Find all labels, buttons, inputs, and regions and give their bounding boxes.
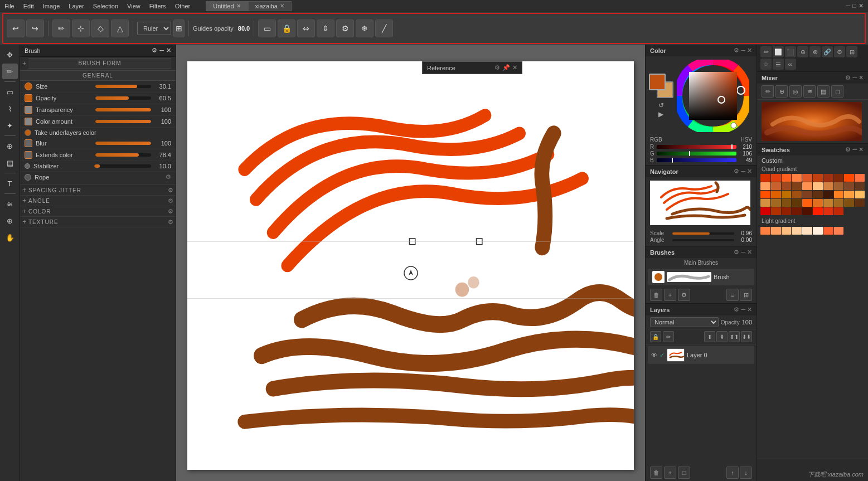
swatches-minimize-btn[interactable]: ─: [852, 146, 857, 153]
canvas-area[interactable]: Reference ⚙ 📌 ✕: [176, 45, 645, 481]
mixer-canvas[interactable]: [762, 102, 862, 141]
swatch-cell-light[interactable]: [823, 227, 833, 235]
swatches-close-btn[interactable]: ✕: [859, 146, 864, 153]
brushes-minimize-btn[interactable]: ─: [741, 249, 745, 256]
layers-move-up[interactable]: ↑: [726, 467, 739, 479]
brush-delete-btn[interactable]: 🗑: [650, 289, 662, 301]
take-underlayers-check[interactable]: [25, 129, 31, 136]
swatch-cell[interactable]: [782, 199, 792, 207]
layer-item-0[interactable]: 👁 ✓ Layer 0: [648, 346, 754, 364]
tab-xiazaiba[interactable]: xiazaiba ✕: [248, 1, 292, 11]
color-minimize-btn[interactable]: ─: [741, 47, 745, 54]
swatch-cell[interactable]: [844, 182, 854, 190]
mixer-settings-btn[interactable]: ⚙: [845, 74, 851, 81]
brushes-settings-btn[interactable]: ⚙: [734, 249, 739, 256]
navigator-settings-btn[interactable]: ⚙: [734, 168, 739, 175]
swatch-cell[interactable]: [834, 174, 844, 182]
brushes-close-btn[interactable]: ✕: [747, 249, 752, 256]
swatch-cell[interactable]: [782, 174, 792, 182]
brush-tool-button[interactable]: ✏: [52, 20, 70, 37]
extends-slider[interactable]: [95, 153, 152, 157]
swatch-cell[interactable]: [802, 199, 812, 207]
brush-list-view-btn[interactable]: ≡: [726, 289, 739, 301]
tab-close-untitled[interactable]: ✕: [236, 3, 241, 9]
mixer-erase-btn[interactable]: ◻: [831, 85, 843, 98]
spacing-settings[interactable]: ⚙: [168, 187, 173, 194]
hsv-label[interactable]: HSV: [740, 137, 752, 143]
text-tool[interactable]: T: [2, 176, 18, 191]
spacing-section-row[interactable]: + SPACING JITTER ⚙: [20, 185, 176, 196]
color-settings[interactable]: ⚙: [168, 208, 173, 215]
layer-arrange-3[interactable]: ⬆⬆: [729, 331, 740, 342]
swatch-cell[interactable]: [834, 199, 844, 207]
mirror-h-button[interactable]: ⇔: [297, 20, 315, 37]
undo-button[interactable]: ↩: [7, 20, 25, 37]
select-rect-tool[interactable]: ▭: [2, 84, 18, 100]
move-tool[interactable]: ✥: [2, 47, 18, 62]
transparency-slider[interactable]: [95, 108, 152, 111]
swatch-cell[interactable]: [834, 191, 844, 198]
layer-vis-icon[interactable]: 👁: [651, 352, 657, 358]
layers-minimize-btn[interactable]: ─: [741, 306, 745, 313]
brush-list-item[interactable]: Brush: [648, 269, 754, 285]
brush-form-add[interactable]: +: [22, 60, 26, 67]
color-section-row[interactable]: + COLOR ⚙: [20, 206, 176, 217]
blur-slider[interactable]: [95, 142, 152, 145]
menu-other[interactable]: Other: [171, 2, 195, 11]
color-settings-btn[interactable]: ⚙: [734, 47, 739, 54]
mixer-smear-btn[interactable]: ≋: [803, 85, 816, 98]
spacing-add-btn[interactable]: +: [22, 186, 26, 194]
swatch-cell[interactable]: [823, 174, 833, 182]
swatch-cell[interactable]: [823, 191, 833, 198]
mixer-close-btn[interactable]: ✕: [859, 74, 864, 81]
scale-slider[interactable]: [672, 232, 734, 235]
swatches-settings-btn[interactable]: ⚙: [845, 146, 851, 153]
swatch-cell[interactable]: [760, 174, 770, 182]
menu-file[interactable]: File: [0, 2, 19, 11]
swatch-cell[interactable]: [782, 182, 792, 190]
fr-tool-11[interactable]: ∞: [785, 59, 796, 70]
swatch-cell[interactable]: [823, 207, 833, 215]
swatch-cell[interactable]: [802, 207, 812, 215]
angle-add-btn[interactable]: +: [22, 197, 26, 205]
fr-tool-1[interactable]: ✏: [760, 46, 772, 57]
swatch-cell[interactable]: [813, 207, 823, 215]
swatch-cell[interactable]: [834, 207, 844, 215]
brush-panel-close[interactable]: ✕: [166, 47, 171, 54]
smudge-tool[interactable]: ≋: [2, 196, 18, 212]
reference-pin[interactable]: 📌: [502, 64, 510, 71]
swatch-cell[interactable]: [782, 207, 792, 215]
lock-paint-btn[interactable]: ✏: [663, 331, 674, 342]
swatch-cell[interactable]: [823, 199, 833, 207]
swatch-cell[interactable]: [760, 199, 770, 207]
layers-close-btn[interactable]: ✕: [747, 306, 752, 313]
fill-tool[interactable]: ▤: [2, 155, 18, 171]
shape-tool-button[interactable]: ◇: [91, 20, 109, 37]
layer-add-btn[interactable]: +: [664, 467, 676, 479]
texture-add-btn[interactable]: +: [22, 218, 26, 226]
color-add-btn[interactable]: +: [22, 207, 26, 215]
lock-transparency-btn[interactable]: 🔒: [650, 331, 661, 342]
fr-tool-2[interactable]: ⬜: [773, 46, 784, 57]
select-magic-tool[interactable]: ✦: [2, 118, 18, 133]
rope-settings[interactable]: ⚙: [166, 173, 171, 181]
window-minimize[interactable]: ─: [846, 2, 851, 9]
menu-selection[interactable]: Selection: [89, 2, 123, 11]
layer-group-btn[interactable]: □: [678, 467, 690, 479]
swatch-cell[interactable]: [844, 199, 854, 207]
swatch-cell[interactable]: [792, 207, 802, 215]
fr-tool-10[interactable]: ☰: [773, 59, 784, 70]
fr-tool-9[interactable]: ☆: [760, 59, 772, 70]
color-close-btn[interactable]: ✕: [747, 47, 752, 54]
settings-button[interactable]: ⚙: [336, 20, 354, 37]
angle-slider[interactable]: [672, 239, 734, 241]
mirror-v-button[interactable]: ⇕: [317, 20, 334, 37]
size-slider[interactable]: [95, 85, 152, 88]
fr-tool-8[interactable]: ⊞: [846, 46, 857, 57]
fr-tool-4[interactable]: ⊕: [797, 46, 808, 57]
swatch-cell[interactable]: [855, 174, 865, 182]
swatch-cell[interactable]: [844, 174, 854, 182]
swatch-cell[interactable]: [844, 191, 854, 198]
swatch-cell[interactable]: [802, 191, 812, 198]
swatch-cell[interactable]: [792, 182, 802, 190]
